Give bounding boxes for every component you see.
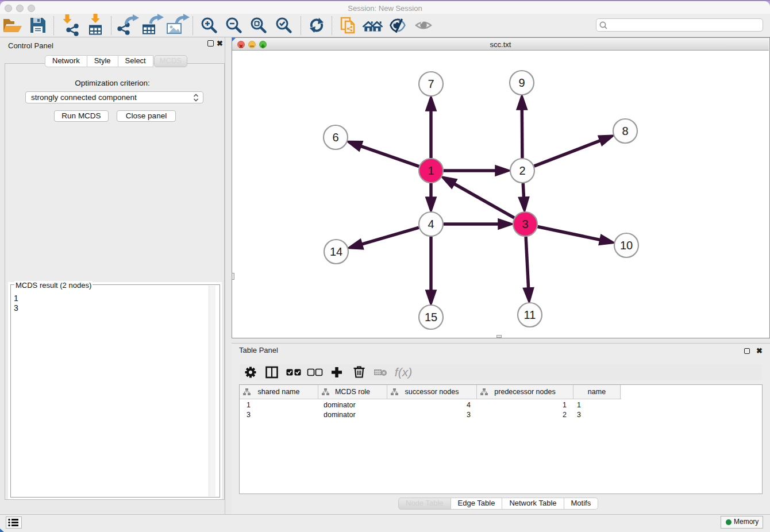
svg-text:10: 10: [620, 239, 633, 252]
svg-text:14: 14: [330, 245, 342, 258]
svg-text:9: 9: [518, 76, 525, 89]
svg-text:f(x): f(x): [395, 365, 412, 379]
svg-text:4: 4: [428, 218, 434, 230]
svg-text:1: 1: [428, 164, 434, 177]
svg-text:3: 3: [522, 218, 528, 230]
svg-text:7: 7: [428, 78, 434, 90]
svg-text:15: 15: [425, 311, 437, 323]
svg-text:8: 8: [622, 125, 628, 137]
svg-text:6: 6: [332, 131, 338, 144]
svg-text:2: 2: [519, 164, 525, 177]
svg-text:11: 11: [524, 309, 536, 321]
